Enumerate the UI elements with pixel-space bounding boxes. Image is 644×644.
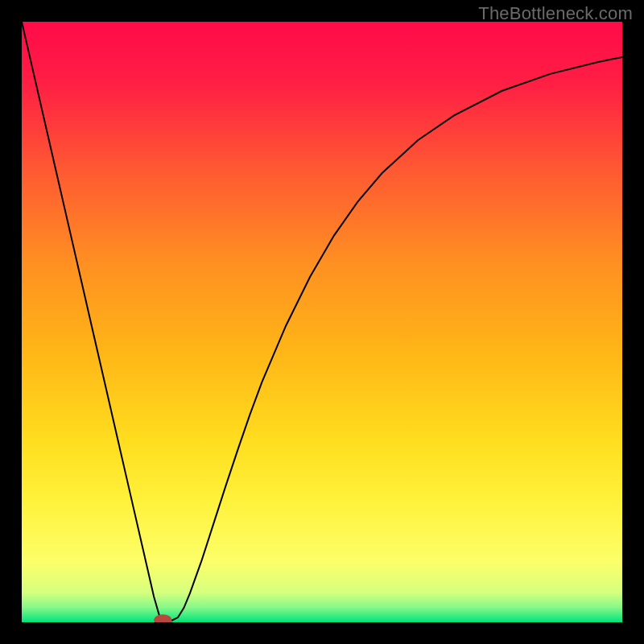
chart-background	[22, 22, 622, 622]
chart-svg	[22, 22, 622, 622]
chart-plot-area	[22, 22, 622, 622]
